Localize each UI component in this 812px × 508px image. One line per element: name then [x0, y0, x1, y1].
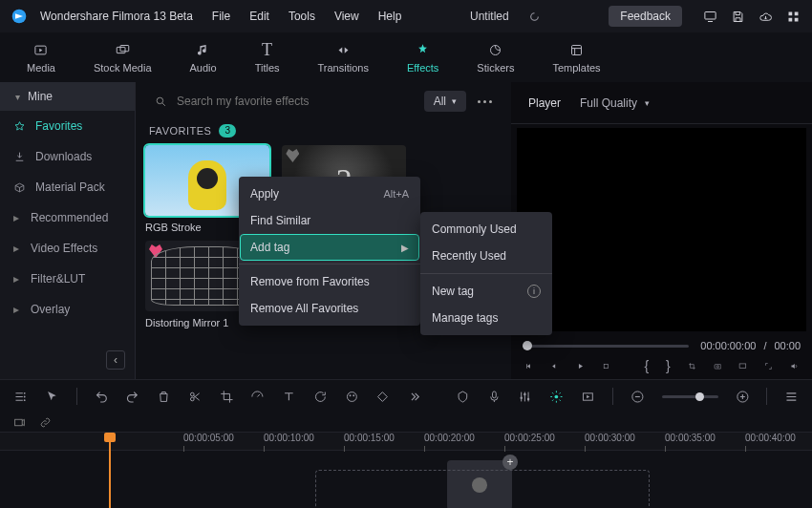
tab-templates[interactable]: Templates [552, 42, 600, 74]
track-toggle-icon[interactable] [13, 416, 26, 429]
subctx-recently-used[interactable]: Recently Used [420, 243, 552, 269]
menubar: File Edit Tools View Help [212, 10, 402, 23]
crop-icon[interactable] [688, 360, 696, 372]
speed-icon[interactable] [250, 390, 265, 404]
subctx-manage-tags[interactable]: Manage tags [420, 305, 552, 331]
cloud-icon[interactable] [759, 10, 773, 24]
svg-rect-5 [795, 17, 799, 21]
quality-dropdown[interactable]: Full Quality▾ [580, 96, 650, 110]
tab-audio[interactable]: Audio [190, 42, 217, 74]
svg-point-23 [353, 394, 354, 396]
sidebar-collapse-button[interactable]: ‹ [106, 350, 125, 370]
monitor-icon[interactable] [703, 10, 717, 24]
step-back-icon[interactable] [550, 360, 559, 372]
ctx-find-similar[interactable]: Find Similar [239, 207, 420, 234]
tab-stickers[interactable]: Stickers [477, 42, 514, 74]
player-viewport[interactable] [517, 128, 806, 331]
tab-stock-media[interactable]: Stock Media [94, 42, 152, 74]
sidebar-item-recommended[interactable]: ▸Recommended [0, 202, 135, 233]
sidebar-item-overlay[interactable]: ▸Overlay [0, 294, 135, 325]
tab-transitions[interactable]: Transitions [318, 42, 369, 74]
cursor-icon[interactable] [45, 390, 59, 404]
tab-media[interactable]: Media [27, 42, 55, 74]
timeline-tracks[interactable]: + 2 [0, 451, 812, 508]
prev-frame-icon[interactable] [524, 360, 533, 372]
sidebar-mine-header[interactable]: ▾ Mine [0, 82, 135, 111]
text-tool-icon[interactable] [282, 390, 296, 404]
play-icon[interactable] [576, 360, 585, 372]
timeline-options-icon[interactable] [13, 390, 28, 404]
track-view-icon[interactable] [784, 390, 799, 404]
snapshot-icon[interactable] [714, 360, 722, 372]
playhead[interactable] [109, 433, 111, 508]
volume-icon[interactable] [790, 360, 799, 372]
app-logo [11, 9, 27, 24]
tab-effects[interactable]: Effects [407, 42, 438, 74]
svg-rect-24 [492, 391, 496, 397]
tab-titles[interactable]: TTitles [255, 42, 280, 74]
search-icon [155, 95, 167, 108]
ctx-add-tag[interactable]: Add tag▶ [241, 235, 418, 260]
sidebar-item-favorites[interactable]: Favorites [0, 111, 135, 141]
filter-dropdown[interactable]: All▾ [424, 91, 466, 112]
zoom-in-icon[interactable] [736, 390, 750, 404]
ctx-remove-favorite[interactable]: Remove from Favorites [239, 268, 420, 295]
add-media-icon[interactable]: + [502, 455, 518, 470]
expand-tools-icon[interactable] [407, 390, 421, 404]
split-icon[interactable] [188, 390, 203, 404]
rotate-icon[interactable] [313, 390, 328, 404]
feedback-button[interactable]: Feedback [609, 6, 682, 27]
sidebar-item-downloads[interactable]: Downloads [0, 141, 135, 172]
stop-icon[interactable] [602, 360, 610, 372]
crop-tool-icon[interactable] [220, 390, 234, 404]
zoom-out-icon[interactable] [630, 390, 645, 404]
mark-out-icon[interactable]: } [666, 358, 671, 373]
menu-help[interactable]: Help [378, 10, 402, 23]
subctx-new-tag[interactable]: New tagi [420, 278, 552, 305]
ctx-apply[interactable]: ApplyAlt+A [239, 180, 420, 207]
timeline-dropzone[interactable] [315, 470, 650, 508]
menu-tools[interactable]: Tools [288, 10, 315, 23]
voiceover-icon[interactable] [487, 390, 502, 404]
menu-edit[interactable]: Edit [249, 10, 269, 23]
delete-icon[interactable] [157, 390, 171, 404]
timeline-ruler[interactable]: 00:00:05:00 00:00:10:00 00:00:15:00 00:0… [0, 432, 812, 451]
time-total: 00:00 [774, 340, 801, 351]
ctx-remove-all-favorites[interactable]: Remove All Favorites [239, 295, 420, 322]
ai-audio-icon[interactable] [549, 390, 564, 404]
svg-rect-13 [715, 364, 721, 368]
menu-view[interactable]: View [334, 10, 359, 23]
search-input[interactable] [151, 89, 417, 114]
link-icon[interactable] [39, 416, 52, 429]
audio-mixer-icon[interactable] [518, 390, 532, 404]
marker-icon[interactable] [456, 390, 470, 404]
save-icon[interactable] [731, 10, 745, 24]
svg-point-26 [524, 392, 526, 394]
keyframe-icon[interactable] [375, 390, 390, 404]
player-title: Player [528, 96, 561, 110]
redo-icon[interactable] [125, 390, 139, 404]
menu-file[interactable]: File [212, 10, 230, 23]
download-icon [13, 151, 26, 163]
render-icon[interactable] [581, 390, 595, 404]
player-progress[interactable]: 00:00:00:00/00:00 [523, 339, 801, 352]
fullscreen-icon[interactable] [764, 360, 773, 372]
svg-rect-1 [705, 11, 716, 19]
sidebar-item-video-effects[interactable]: ▸Video Effects [0, 233, 135, 264]
undo-icon[interactable] [95, 390, 109, 404]
subctx-commonly-used[interactable]: Commonly Used [420, 216, 552, 243]
sidebar-item-filter-lut[interactable]: ▸Filter&LUT [0, 264, 135, 294]
zoom-slider[interactable] [662, 395, 718, 398]
sidebar-item-material-pack[interactable]: Material Pack [0, 172, 135, 202]
sync-icon [528, 11, 541, 23]
svg-rect-32 [15, 419, 23, 426]
mark-in-icon[interactable]: { [644, 358, 649, 373]
color-icon[interactable] [345, 390, 359, 404]
display-icon[interactable] [738, 360, 747, 372]
grid-icon[interactable] [786, 10, 801, 24]
svg-rect-4 [789, 17, 793, 21]
svg-point-16 [24, 392, 26, 393]
svg-point-28 [555, 394, 559, 398]
more-options-button[interactable] [474, 100, 496, 103]
module-tabs: Media Stock Media Audio TTitles Transiti… [0, 32, 812, 82]
